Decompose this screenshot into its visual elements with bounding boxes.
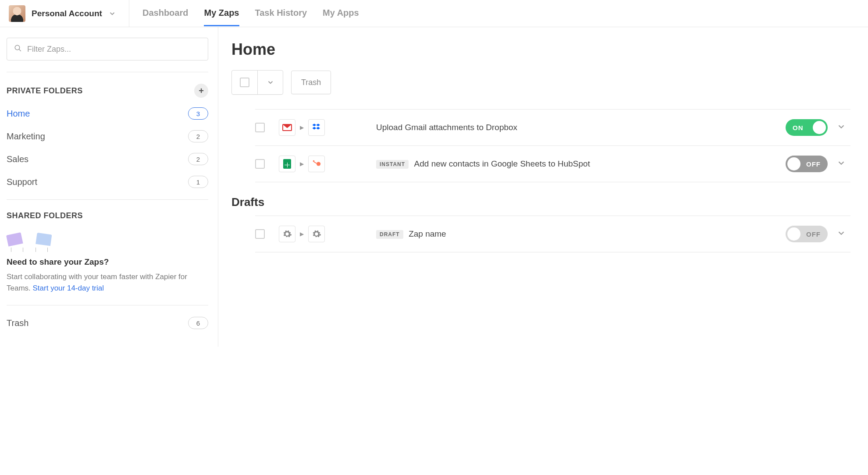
plus-icon: + [199,86,204,96]
divider [7,199,208,200]
hubspot-icon [308,156,325,172]
start-trial-link[interactable]: Start your 14-day trial [33,284,104,292]
svg-point-0 [15,45,20,50]
zap-title-wrap: INSTANT Add new contacts in Google Sheet… [376,158,776,170]
zap-title: Upload Gmail attachments to Dropbox [376,123,517,132]
svg-line-1 [19,49,21,51]
zap-checkbox[interactable] [255,159,265,169]
sidebar: PRIVATE FOLDERS + Home 3 Marketing 2 Sal… [0,27,218,347]
zap-actions: ON [786,119,846,136]
nav-task-history[interactable]: Task History [255,0,307,26]
zap-title-wrap: DRAFT Zap name [376,228,776,240]
zap-menu-button[interactable] [836,158,846,170]
arrow-right-icon: ▶ [300,161,304,167]
account-name: Personal Account [32,9,102,18]
folder-icon [7,232,28,249]
drafts-section-title: Drafts [231,195,850,209]
folder-home[interactable]: Home 3 [7,107,208,120]
folder-name: Trash [7,318,28,328]
shared-folders-header: SHARED FOLDERS [7,211,208,220]
main-nav: Dashboard My Zaps Task History My Apps [129,0,359,26]
folder-trash[interactable]: Trash 6 [7,317,208,329]
zap-apps: ▶ [279,226,366,242]
svg-point-2 [317,162,320,166]
folder-name: Home [7,109,30,119]
toggle-on-label: ON [793,124,804,131]
toggle-off-label: OFF [806,160,821,168]
zap-toggle[interactable]: OFF [786,156,828,172]
zap-toggle[interactable]: OFF [786,226,828,242]
folder-list: Home 3 Marketing 2 Sales 2 Support 1 [7,107,208,188]
arrow-right-icon: ▶ [300,124,304,131]
add-folder-button[interactable]: + [194,84,208,98]
zap-actions: OFF [786,156,846,172]
zap-apps: ▶ [279,119,366,136]
chevron-down-icon [108,10,116,18]
chevron-down-icon [267,78,274,86]
placeholder-app-icon [308,226,325,242]
app-header: Personal Account Dashboard My Zaps Task … [0,0,868,27]
toggle-knob [787,157,800,170]
zap-row[interactable]: ▶ DRAFT Zap name OFF [255,216,850,252]
placeholder-app-icon [279,226,295,242]
divider [7,72,208,72]
dropbox-icon [308,119,325,136]
zap-menu-button[interactable] [836,122,846,133]
checkbox-icon [240,78,249,87]
page-title: Home [231,40,850,59]
count-badge: 1 [188,176,208,188]
folder-name: Sales [7,154,28,164]
select-all-dropdown[interactable] [257,71,283,94]
zap-title: Add new contacts in Google Sheets to Hub… [414,159,590,168]
count-badge: 3 [188,107,208,120]
zap-checkbox[interactable] [255,229,265,239]
toggle-knob [787,227,800,241]
zap-title-wrap: Upload Gmail attachments to Dropbox [376,122,776,134]
folder-name: Support [7,177,37,187]
folder-marketing[interactable]: Marketing 2 [7,130,208,142]
zap-toolbar: Trash [231,70,850,95]
avatar [9,5,25,22]
zap-toggle[interactable]: ON [786,119,828,136]
toggle-knob [813,121,826,134]
count-badge: 2 [188,130,208,142]
private-folders-title: PRIVATE FOLDERS [7,86,83,96]
trash-button[interactable]: Trash [291,71,331,94]
zap-apps: ▶ [279,156,366,172]
zap-menu-button[interactable] [836,228,846,240]
nav-my-zaps[interactable]: My Zaps [204,0,239,26]
divider [7,305,208,305]
instant-badge: INSTANT [376,160,409,169]
folder-icon [31,232,52,249]
count-badge: 6 [188,317,208,329]
promo-text: Start collaborating with your team faste… [7,271,208,294]
draft-badge: DRAFT [376,230,403,239]
filter-zaps[interactable] [7,38,208,60]
folder-illustration [7,232,208,249]
svg-rect-4 [314,162,317,164]
promo-title: Need to share your Zaps? [7,257,208,267]
zap-row[interactable]: ▶ INSTANT Add new contacts in Google She… [255,145,850,182]
select-all-checkbox[interactable] [232,71,257,94]
google-sheets-icon [279,156,295,172]
zap-list-drafts: ▶ DRAFT Zap name OFF [255,216,850,252]
select-all-group [231,70,283,95]
zap-checkbox[interactable] [255,123,265,132]
nav-dashboard[interactable]: Dashboard [142,0,188,26]
zap-list-home: ▶ Upload Gmail attachments to Dropbox ON [255,110,850,182]
shared-folders-title: SHARED FOLDERS [7,211,83,220]
count-badge: 2 [188,153,208,165]
gmail-icon [279,119,295,136]
filter-input[interactable] [27,45,201,54]
zap-row[interactable]: ▶ Upload Gmail attachments to Dropbox ON [255,109,850,146]
folder-sales[interactable]: Sales 2 [7,153,208,165]
account-switcher[interactable]: Personal Account [0,0,129,27]
folder-support[interactable]: Support 1 [7,176,208,188]
folder-name: Marketing [7,131,45,142]
private-folders-header: PRIVATE FOLDERS + [7,84,208,98]
nav-my-apps[interactable]: My Apps [323,0,359,26]
toggle-off-label: OFF [806,230,821,238]
zap-actions: OFF [786,226,846,242]
share-promo: Need to share your Zaps? Start collabora… [7,230,208,294]
search-icon [14,44,22,54]
